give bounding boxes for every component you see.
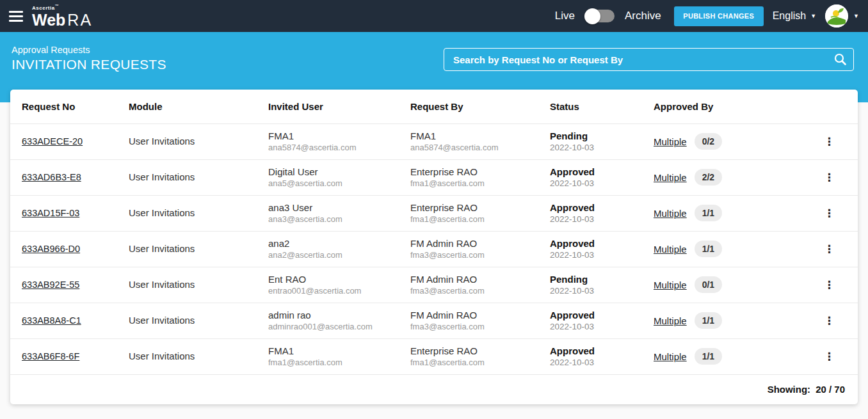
status-date: 2022-10-03 [550, 358, 654, 367]
approved-by-link[interactable]: Multiple [654, 244, 687, 255]
kebab-menu-icon[interactable]: ⋮ [801, 171, 858, 184]
chevron-down-icon: ▼ [810, 13, 816, 19]
status-date: 2022-10-03 [550, 143, 654, 152]
brand-product: WebRA [32, 12, 92, 28]
invited-user-name: Ent RAO [268, 274, 410, 285]
kebab-menu-icon[interactable]: ⋮ [801, 242, 858, 256]
request-by-email: ana5874@ascertia.com [410, 143, 550, 152]
approval-count-badge: 0/2 [695, 133, 722, 150]
status-text: Approved [550, 345, 654, 356]
invited-user-name: ana2 [268, 238, 410, 249]
request-no-link[interactable]: 633AB966-D0 [22, 244, 80, 254]
table-row: 633AB966-D0 User Invitations ana2 ana2@a… [10, 231, 858, 267]
avatar-logo-icon [825, 4, 848, 28]
archive-label[interactable]: Archive [625, 10, 661, 22]
invited-user-name: FMA1 [268, 345, 410, 356]
module-cell: User Invitations [129, 207, 195, 218]
request-by-name: FM Admin RAO [410, 310, 550, 320]
table-header-row: Request No Module Invited User Request B… [10, 90, 858, 123]
breadcrumb: Approval Requests [12, 45, 166, 55]
kebab-menu-icon[interactable]: ⋮ [801, 278, 858, 292]
toggle-knob[interactable] [584, 8, 600, 24]
request-no-link[interactable]: 633AD6B3-E8 [22, 172, 81, 182]
approval-count-badge: 2/2 [695, 169, 722, 186]
live-label[interactable]: Live [555, 10, 575, 22]
request-by-name: Enterprise RAO [410, 345, 550, 356]
module-cell: User Invitations [129, 351, 195, 361]
table-row: 633AB8A8-C1 User Invitations admin rao a… [10, 303, 858, 338]
module-cell: User Invitations [129, 171, 195, 182]
invited-user-name: ana3 User [268, 202, 410, 213]
approval-count-badge: 1/1 [695, 348, 722, 365]
kebab-menu-icon[interactable]: ⋮ [801, 207, 858, 220]
request-no-link[interactable]: 633AB8A8-C1 [22, 315, 81, 326]
invited-user-email: ana2@ascertia.com [268, 250, 410, 260]
request-no-link[interactable]: 633AB6F8-6F [22, 351, 79, 361]
module-cell: User Invitations [129, 136, 195, 146]
kebab-menu-icon[interactable]: ⋮ [801, 314, 858, 328]
status-date: 2022-10-03 [550, 286, 654, 296]
chevron-down-icon[interactable]: ▼ [853, 13, 859, 19]
status-text: Pending [550, 274, 654, 285]
table-footer-row: Showing:20 / 70 [10, 374, 858, 404]
avatar[interactable] [825, 4, 848, 28]
publish-changes-button[interactable]: PUBLISH CHANGES [674, 6, 764, 26]
column-header-request-no: Request No [10, 90, 129, 123]
request-by-name: FM Admin RAO [410, 274, 550, 285]
language-dropdown[interactable]: English ▼ [773, 10, 816, 22]
request-by-email: fma1@ascertia.com [410, 214, 550, 224]
status-date: 2022-10-03 [550, 214, 654, 224]
brand-logo: Ascertia™ WebRA [32, 4, 92, 28]
request-by-email: fma3@ascertia.com [410, 322, 550, 331]
page-title: INVITATION REQUESTS [12, 57, 166, 72]
approved-by-link[interactable]: Multiple [654, 172, 687, 183]
invited-user-name: FMA1 [268, 130, 410, 141]
invited-user-name: Digital User [268, 166, 410, 177]
column-header-module: Module [129, 90, 268, 123]
approved-by-link[interactable]: Multiple [654, 315, 687, 326]
invited-user-email: ana5874@ascertia.com [268, 143, 410, 152]
status-text: Approved [550, 202, 654, 213]
search-icon[interactable] [834, 53, 846, 65]
table-row: 633ADECE-20 User Invitations FMA1 ana587… [10, 123, 858, 159]
module-cell: User Invitations [129, 243, 195, 254]
language-label: English [773, 10, 806, 22]
request-by-name: Enterprise RAO [410, 166, 550, 177]
hamburger-menu-icon[interactable] [9, 11, 26, 22]
request-no-link[interactable]: 633AD15F-03 [22, 208, 79, 218]
column-header-request-by: Request By [410, 90, 550, 123]
approved-by-link[interactable]: Multiple [654, 208, 687, 219]
request-by-email: fma3@ascertia.com [410, 286, 550, 296]
live-archive-toggle[interactable] [585, 10, 615, 22]
request-no-link[interactable]: 633AB92E-55 [22, 280, 79, 290]
table-row: 633AB92E-55 User Invitations Ent RAO ent… [10, 267, 858, 303]
kebab-menu-icon[interactable]: ⋮ [801, 135, 858, 148]
request-by-name: FMA1 [410, 130, 550, 141]
user-menu[interactable]: ▼ [825, 4, 859, 28]
status-date: 2022-10-03 [550, 322, 654, 331]
invited-user-name: admin rao [268, 310, 410, 320]
approved-by-link[interactable]: Multiple [654, 280, 687, 290]
kebab-menu-icon[interactable]: ⋮ [801, 350, 858, 363]
invited-user-email: ana5@ascertia.com [268, 178, 410, 188]
invited-user-email: adminrao001@ascertia.com [268, 322, 410, 331]
approval-count-badge: 1/1 [695, 312, 722, 329]
request-by-email: fma3@ascertia.com [410, 250, 550, 260]
status-text: Approved [550, 238, 654, 249]
table-row: 633AB6F8-6F User Invitations FMA1 fma1@a… [10, 338, 858, 374]
request-no-link[interactable]: 633ADECE-20 [22, 136, 83, 146]
request-by-name: Enterprise RAO [410, 202, 550, 213]
search-input[interactable] [444, 48, 854, 71]
request-by-email: fma1@ascertia.com [410, 178, 550, 188]
invited-user-email: ana3@ascertia.com [268, 214, 410, 224]
approval-count-badge: 1/1 [695, 241, 722, 257]
approved-by-link[interactable]: Multiple [654, 351, 687, 362]
invited-user-email: fma1@ascertia.com [268, 358, 410, 367]
approved-by-link[interactable]: Multiple [654, 136, 687, 147]
column-header-actions [801, 90, 858, 123]
requests-table-card: Request No Module Invited User Request B… [10, 90, 858, 404]
column-header-approved-by: Approved By [654, 90, 801, 123]
invited-user-email: entrao001@ascertia.com [268, 286, 410, 296]
status-text: Approved [550, 310, 654, 320]
status-text: Approved [550, 166, 654, 177]
